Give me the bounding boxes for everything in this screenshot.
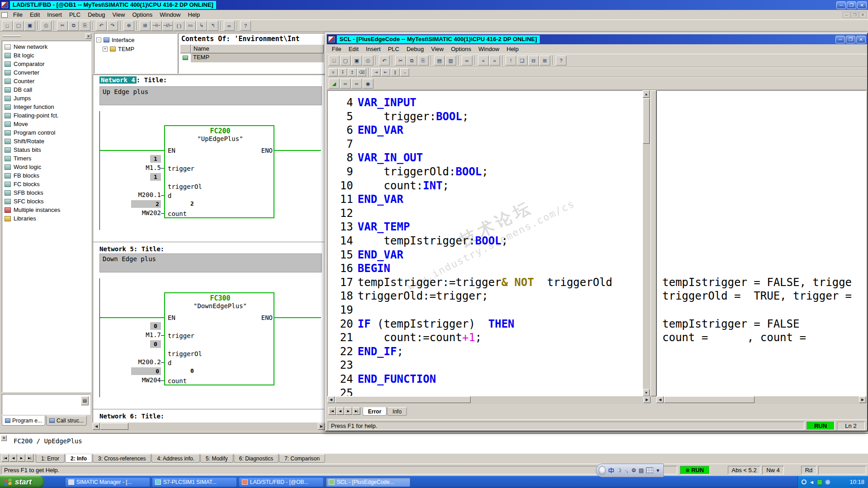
print-icon[interactable]: ⎙ xyxy=(363,56,373,66)
menu-help[interactable]: Help xyxy=(503,45,523,53)
scl-code-editor[interactable]: 技术论坛 www.industry.siemens.com/cs 4VAR_IN… xyxy=(327,90,643,396)
operand-m1-7[interactable]: M1.7 xyxy=(102,331,161,338)
open-branch-icon[interactable]: ↳ xyxy=(196,21,207,31)
network-comment[interactable]: Up Edge plus xyxy=(99,86,322,105)
catalog-tree[interactable]: New networkBit logicComparatorConverterC… xyxy=(2,41,91,392)
operand-m200-1[interactable]: M200.1 xyxy=(102,191,161,198)
name-column-header[interactable]: Name xyxy=(191,44,324,53)
operand-m1-5[interactable]: M1.5 xyxy=(102,164,161,171)
menu-file[interactable]: File xyxy=(328,45,345,53)
fc-block-fc300[interactable]: FC300"DownEdgePlus"ENENOtriggertriggerOl… xyxy=(164,292,274,385)
help-cursor-icon[interactable]: ? xyxy=(556,56,566,66)
goto-icon[interactable]: → xyxy=(400,68,409,76)
lad-hscrollbar[interactable]: ◀ ▶ xyxy=(93,423,325,431)
scroll-thumb[interactable] xyxy=(664,396,755,403)
close-button[interactable]: ✕ xyxy=(857,1,867,9)
code-line-20[interactable]: IF (tempIstrigger) THEN xyxy=(358,318,514,330)
code-line-17[interactable]: tempIstrigger:=trigger& NOT triggerOld xyxy=(358,276,613,289)
undo-icon[interactable]: ↶ xyxy=(379,56,390,66)
scl-window[interactable]: SCL - [PlusEdgeCode -- MyTest\SIMATIC 40… xyxy=(325,33,868,432)
child-close-icon[interactable]: ✕ xyxy=(859,12,867,18)
interface-root-row[interactable]: - Interface xyxy=(94,35,177,44)
tab-error[interactable]: Error xyxy=(363,407,387,416)
cut-icon[interactable]: ✂ xyxy=(57,21,68,31)
first-tab-button[interactable]: |◀ xyxy=(1,454,9,462)
print-icon[interactable]: ⎙ xyxy=(41,21,52,31)
prev-tab-button[interactable]: ◀ xyxy=(336,407,344,415)
catalog-item-db-call[interactable]: DB call xyxy=(2,85,91,94)
code-line-8[interactable]: VAR_IN_OUT xyxy=(358,151,423,164)
menu-debug[interactable]: Debug xyxy=(84,11,108,19)
drag-grip-icon[interactable] xyxy=(3,35,21,37)
code-line-5[interactable]: trigger:BOOL; xyxy=(358,110,469,123)
ime-menu-icon[interactable]: ▤ xyxy=(639,467,644,474)
scl-titlebar[interactable]: SCL - [PlusEdgeCode -- MyTest\SIMATIC 40… xyxy=(327,34,867,44)
scroll-down-icon[interactable]: ▼ xyxy=(643,389,650,396)
tab-5-modify[interactable]: 5: Modify xyxy=(200,454,233,463)
next-tab-button[interactable]: ▶ xyxy=(18,454,25,462)
next-error-icon[interactable]: » xyxy=(489,56,500,66)
copy-icon[interactable]: ⧉ xyxy=(68,21,79,31)
language-bar[interactable]: ☽·,⚙▤▾ xyxy=(596,464,664,477)
child-minimize-icon[interactable]: ─ xyxy=(843,12,850,18)
network-header-network-5[interactable]: Network 5: Title: xyxy=(99,245,316,253)
catalog-item-new-network[interactable]: New network xyxy=(2,42,91,51)
copy-icon[interactable]: ⧉ xyxy=(406,56,417,66)
menu-edit[interactable]: Edit xyxy=(345,45,362,53)
code-line-11[interactable]: END_VAR xyxy=(358,193,403,206)
first-tab-button[interactable]: |◀ xyxy=(328,407,336,415)
scroll-left-icon[interactable]: ◀ xyxy=(656,396,664,403)
scroll-thumb[interactable] xyxy=(100,423,128,430)
tab-1-error[interactable]: 1: Error xyxy=(36,454,65,463)
catalog-item-comparator[interactable]: Comparator xyxy=(2,60,91,68)
menu-plc[interactable]: PLC xyxy=(66,11,84,19)
new-icon[interactable]: □ xyxy=(329,56,340,66)
child-window-icon[interactable] xyxy=(1,12,8,18)
comment-icon[interactable]: ∥ xyxy=(391,68,400,76)
interface-temp-row[interactable]: + TEMP xyxy=(94,44,177,53)
menu-window[interactable]: Window xyxy=(475,45,503,53)
scroll-right-icon[interactable]: ▶ xyxy=(318,423,325,430)
compile-icon[interactable]: ! xyxy=(505,56,516,66)
catalog-item-floating-point-fct[interactable]: Floating-point fct. xyxy=(2,111,91,120)
window-horizontal-icon[interactable]: ⊟ xyxy=(528,56,539,66)
menu-view[interactable]: View xyxy=(427,45,447,53)
lad-editor[interactable]: Network 4: Title:Up Edge plusFC200"UpEdg… xyxy=(93,75,325,422)
menu-options[interactable]: Options xyxy=(447,45,475,53)
ime-avatar-icon[interactable] xyxy=(599,466,606,475)
close-output-icon[interactable]: ✕ xyxy=(1,435,7,441)
coil-icon[interactable]: ( ) xyxy=(174,21,184,31)
code-line-15[interactable]: END_VAR xyxy=(358,249,403,261)
catalog-item-converter[interactable]: Converter xyxy=(2,68,91,77)
last-tab-button[interactable]: ▶| xyxy=(26,454,33,462)
catalog-item-fc-blocks[interactable]: FC blocks xyxy=(2,180,91,188)
window-vertical-icon[interactable]: ⊞ xyxy=(539,56,550,66)
ime-keyboard-icon[interactable] xyxy=(646,467,653,474)
insert-template-icon[interactable]: ▤ xyxy=(434,56,445,66)
catalog-item-integer-function[interactable]: Integer function xyxy=(2,103,91,111)
operand-mw202[interactable]: MW202 xyxy=(102,209,161,216)
bookmark-toggle-icon[interactable]: ≡ xyxy=(329,68,338,76)
minimize-button[interactable]: ─ xyxy=(835,36,845,43)
contents-panel[interactable]: Contents Of: 'Environment\Int Name TEMP xyxy=(178,33,325,74)
new-network-icon[interactable]: ⊞ xyxy=(140,21,151,31)
start-button[interactable]: start xyxy=(0,476,44,488)
prev-error-icon[interactable]: « xyxy=(478,56,489,66)
tab-6-diagnostics[interactable]: 6: Diagnostics xyxy=(234,454,278,463)
fc-block-fc200[interactable]: FC200"UpEdgePlus"ENENOtriggertriggerOldc… xyxy=(164,125,274,218)
scroll-up-icon[interactable]: ▲ xyxy=(643,90,650,98)
taskbar-button-lad-stl-fbd-ob[interactable]: LAD/STL/FBD - [@OB... xyxy=(239,477,324,487)
taskbar-button-simatic-manager[interactable]: SIMATIC Manager - [... xyxy=(65,477,150,487)
catalog-item-counter[interactable]: Counter xyxy=(2,77,91,85)
menu-window[interactable]: Window xyxy=(156,11,184,19)
catalog-item-move[interactable]: Move xyxy=(2,120,91,128)
ime-chinese-mode-icon[interactable] xyxy=(608,467,614,474)
code-line-13[interactable]: VAR_TEMP xyxy=(358,221,410,233)
taskbar-button-s7-plcsim1-simat[interactable]: S7-PLCSIM1 SIMAT... xyxy=(152,477,237,487)
catalog-item-sfb-blocks[interactable]: SFB blocks xyxy=(2,188,91,197)
undo-icon[interactable]: ↶ xyxy=(96,21,107,31)
paste-icon[interactable]: ⎘ xyxy=(418,56,429,66)
scroll-left-icon[interactable]: ◀ xyxy=(327,396,335,403)
network-header-network-6[interactable]: Network 6: Title: xyxy=(99,413,316,421)
pane-splitter[interactable] xyxy=(651,90,656,396)
